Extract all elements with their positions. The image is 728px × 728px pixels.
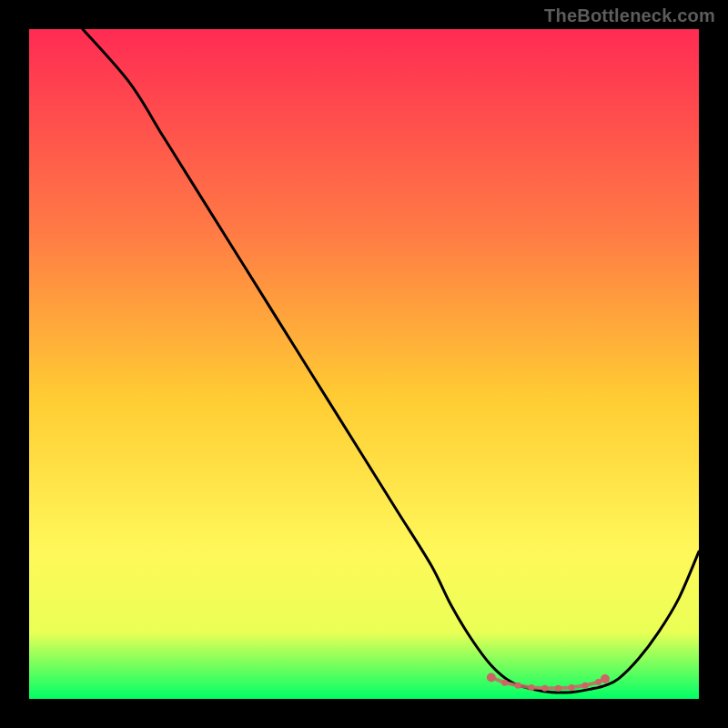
sweet-spot-dot — [595, 679, 602, 685]
sweet-spot-dot — [529, 684, 535, 691]
sweet-spot-dot — [581, 682, 588, 689]
sweet-spot-dot — [569, 684, 575, 691]
watermark-text: TheBottleneck.com — [544, 5, 715, 26]
sweet-spot-dot — [487, 672, 496, 682]
sweet-spot-dot — [601, 674, 610, 683]
sweet-spot-dot — [515, 682, 521, 689]
gradient-background — [29, 29, 699, 699]
sweet-spot-dot — [555, 685, 561, 692]
chart-svg — [29, 29, 699, 699]
bottleneck-chart — [29, 29, 699, 699]
sweet-spot-dot — [541, 685, 548, 692]
sweet-spot-dot — [501, 680, 508, 686]
